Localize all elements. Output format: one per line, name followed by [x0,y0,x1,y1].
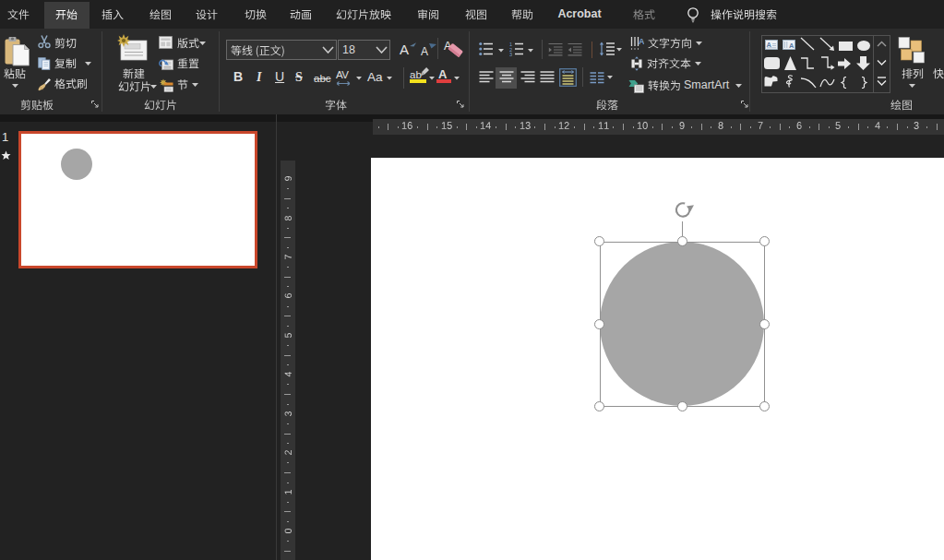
svg-text:3: 3 [509,52,512,56]
svg-text:A: A [789,42,795,50]
svg-text:A: A [639,37,644,46]
